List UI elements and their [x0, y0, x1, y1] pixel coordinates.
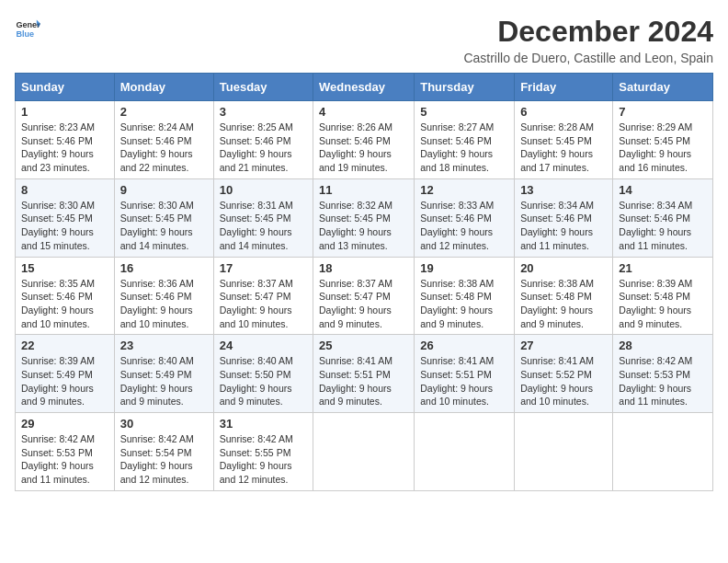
calendar-day-cell: 7Sunrise: 8:29 AM Sunset: 5:45 PM Daylig… [613, 101, 713, 179]
calendar-day-cell [515, 413, 613, 491]
page-header: General Blue December 2024 Castrillo de … [15, 15, 713, 65]
day-number: 29 [21, 417, 108, 431]
calendar-day-cell: 18Sunrise: 8:37 AM Sunset: 5:47 PM Dayli… [313, 257, 415, 335]
day-info: Sunrise: 8:26 AM Sunset: 5:46 PM Dayligh… [319, 121, 408, 175]
day-number: 11 [319, 183, 408, 197]
calendar-day-cell [313, 413, 415, 491]
calendar-day-cell: 13Sunrise: 8:34 AM Sunset: 5:46 PM Dayli… [515, 178, 613, 257]
day-info: Sunrise: 8:38 AM Sunset: 5:48 PM Dayligh… [420, 277, 508, 331]
day-number: 27 [520, 339, 607, 352]
logo: General Blue [15, 15, 40, 40]
day-info: Sunrise: 8:37 AM Sunset: 5:47 PM Dayligh… [220, 277, 307, 331]
calendar-day-cell: 15Sunrise: 8:35 AM Sunset: 5:46 PM Dayli… [16, 257, 115, 335]
day-number: 22 [21, 339, 108, 352]
calendar-week-row: 8Sunrise: 8:30 AM Sunset: 5:45 PM Daylig… [16, 178, 713, 257]
logo-icon: General Blue [15, 15, 40, 40]
calendar-header-tuesday: Tuesday [213, 74, 313, 101]
calendar-header-monday: Monday [114, 74, 213, 101]
title-area: December 2024 Castrillo de Duero, Castil… [463, 15, 713, 65]
day-number: 8 [21, 183, 108, 197]
day-info: Sunrise: 8:41 AM Sunset: 5:52 PM Dayligh… [520, 354, 607, 408]
day-info: Sunrise: 8:28 AM Sunset: 5:45 PM Dayligh… [520, 121, 607, 175]
day-number: 21 [619, 261, 707, 275]
day-info: Sunrise: 8:30 AM Sunset: 5:45 PM Dayligh… [120, 199, 208, 253]
calendar-day-cell: 29Sunrise: 8:42 AM Sunset: 5:53 PM Dayli… [16, 413, 115, 491]
day-number: 6 [520, 105, 607, 119]
calendar-day-cell: 10Sunrise: 8:31 AM Sunset: 5:45 PM Dayli… [213, 178, 313, 257]
day-number: 30 [120, 417, 208, 431]
day-info: Sunrise: 8:42 AM Sunset: 5:53 PM Dayligh… [619, 354, 707, 408]
day-info: Sunrise: 8:38 AM Sunset: 5:48 PM Dayligh… [520, 277, 607, 331]
calendar-day-cell: 9Sunrise: 8:30 AM Sunset: 5:45 PM Daylig… [114, 178, 213, 257]
calendar-day-cell: 23Sunrise: 8:40 AM Sunset: 5:49 PM Dayli… [114, 335, 213, 413]
location-subtitle: Castrillo de Duero, Castille and Leon, S… [463, 51, 713, 65]
day-info: Sunrise: 8:39 AM Sunset: 5:48 PM Dayligh… [619, 277, 707, 331]
calendar-day-cell: 11Sunrise: 8:32 AM Sunset: 5:45 PM Dayli… [313, 178, 415, 257]
calendar-header-saturday: Saturday [613, 74, 713, 101]
calendar-week-row: 15Sunrise: 8:35 AM Sunset: 5:46 PM Dayli… [16, 257, 713, 335]
day-number: 19 [420, 261, 508, 275]
day-info: Sunrise: 8:25 AM Sunset: 5:46 PM Dayligh… [220, 121, 307, 175]
day-number: 1 [21, 105, 108, 119]
day-info: Sunrise: 8:41 AM Sunset: 5:51 PM Dayligh… [420, 354, 508, 408]
calendar-day-cell: 25Sunrise: 8:41 AM Sunset: 5:51 PM Dayli… [313, 335, 415, 413]
calendar-day-cell: 5Sunrise: 8:27 AM Sunset: 5:46 PM Daylig… [415, 101, 515, 179]
calendar-day-cell: 31Sunrise: 8:42 AM Sunset: 5:55 PM Dayli… [213, 413, 313, 491]
day-number: 25 [319, 339, 408, 352]
calendar-week-row: 22Sunrise: 8:39 AM Sunset: 5:49 PM Dayli… [16, 335, 713, 413]
calendar-header-wednesday: Wednesday [313, 74, 415, 101]
calendar-day-cell: 22Sunrise: 8:39 AM Sunset: 5:49 PM Dayli… [16, 335, 115, 413]
day-info: Sunrise: 8:36 AM Sunset: 5:46 PM Dayligh… [120, 277, 208, 331]
day-info: Sunrise: 8:40 AM Sunset: 5:49 PM Dayligh… [120, 354, 208, 408]
calendar-day-cell: 24Sunrise: 8:40 AM Sunset: 5:50 PM Dayli… [213, 335, 313, 413]
svg-text:Blue: Blue [16, 29, 34, 39]
day-info: Sunrise: 8:35 AM Sunset: 5:46 PM Dayligh… [21, 277, 108, 331]
calendar-week-row: 29Sunrise: 8:42 AM Sunset: 5:53 PM Dayli… [16, 413, 713, 491]
day-number: 4 [319, 105, 408, 119]
day-number: 16 [120, 261, 208, 275]
day-number: 17 [220, 261, 307, 275]
calendar-header-friday: Friday [515, 74, 613, 101]
day-info: Sunrise: 8:37 AM Sunset: 5:47 PM Dayligh… [319, 277, 408, 331]
calendar-day-cell: 17Sunrise: 8:37 AM Sunset: 5:47 PM Dayli… [213, 257, 313, 335]
calendar-day-cell: 26Sunrise: 8:41 AM Sunset: 5:51 PM Dayli… [415, 335, 515, 413]
day-info: Sunrise: 8:42 AM Sunset: 5:53 PM Dayligh… [21, 432, 108, 487]
day-info: Sunrise: 8:40 AM Sunset: 5:50 PM Dayligh… [220, 354, 307, 408]
calendar-day-cell: 30Sunrise: 8:42 AM Sunset: 5:54 PM Dayli… [114, 413, 213, 491]
day-info: Sunrise: 8:39 AM Sunset: 5:49 PM Dayligh… [21, 354, 108, 408]
calendar-day-cell [415, 413, 515, 491]
calendar-day-cell: 28Sunrise: 8:42 AM Sunset: 5:53 PM Dayli… [613, 335, 713, 413]
day-info: Sunrise: 8:34 AM Sunset: 5:46 PM Dayligh… [520, 199, 607, 253]
calendar-header-row: SundayMondayTuesdayWednesdayThursdayFrid… [16, 74, 713, 101]
day-number: 24 [220, 339, 307, 352]
day-info: Sunrise: 8:34 AM Sunset: 5:46 PM Dayligh… [619, 199, 707, 253]
day-info: Sunrise: 8:29 AM Sunset: 5:45 PM Dayligh… [619, 121, 707, 175]
day-info: Sunrise: 8:42 AM Sunset: 5:54 PM Dayligh… [120, 432, 208, 487]
calendar-day-cell: 16Sunrise: 8:36 AM Sunset: 5:46 PM Dayli… [114, 257, 213, 335]
day-number: 3 [220, 105, 307, 119]
calendar-day-cell: 3Sunrise: 8:25 AM Sunset: 5:46 PM Daylig… [213, 101, 313, 179]
day-info: Sunrise: 8:24 AM Sunset: 5:46 PM Dayligh… [120, 121, 208, 175]
calendar-day-cell: 21Sunrise: 8:39 AM Sunset: 5:48 PM Dayli… [613, 257, 713, 335]
day-number: 31 [220, 417, 307, 431]
calendar-day-cell [613, 413, 713, 491]
day-number: 14 [619, 183, 707, 197]
day-number: 7 [619, 105, 707, 119]
day-number: 13 [520, 183, 607, 197]
day-info: Sunrise: 8:31 AM Sunset: 5:45 PM Dayligh… [220, 199, 307, 253]
day-number: 9 [120, 183, 208, 197]
calendar-header-sunday: Sunday [16, 74, 115, 101]
month-title: December 2024 [463, 15, 713, 49]
day-number: 18 [319, 261, 408, 275]
day-info: Sunrise: 8:32 AM Sunset: 5:45 PM Dayligh… [319, 199, 408, 253]
day-number: 20 [520, 261, 607, 275]
calendar-day-cell: 2Sunrise: 8:24 AM Sunset: 5:46 PM Daylig… [114, 101, 213, 179]
calendar-day-cell: 1Sunrise: 8:23 AM Sunset: 5:46 PM Daylig… [16, 101, 115, 179]
calendar-day-cell: 8Sunrise: 8:30 AM Sunset: 5:45 PM Daylig… [16, 178, 115, 257]
calendar-header-thursday: Thursday [415, 74, 515, 101]
calendar-day-cell: 19Sunrise: 8:38 AM Sunset: 5:48 PM Dayli… [415, 257, 515, 335]
calendar-day-cell: 4Sunrise: 8:26 AM Sunset: 5:46 PM Daylig… [313, 101, 415, 179]
day-info: Sunrise: 8:33 AM Sunset: 5:46 PM Dayligh… [420, 199, 508, 253]
day-number: 28 [619, 339, 707, 352]
day-number: 12 [420, 183, 508, 197]
